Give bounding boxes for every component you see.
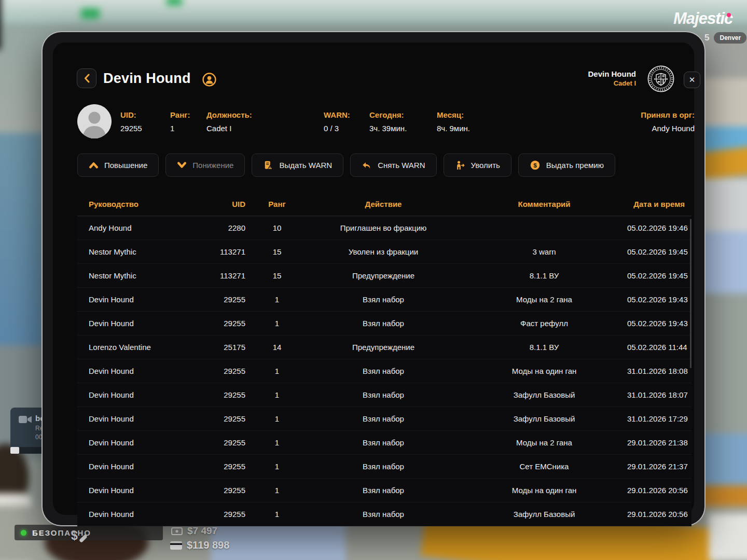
cell-action: Взял набор xyxy=(306,319,461,328)
cell-rank: 1 xyxy=(248,414,306,423)
info-field-5: Сегодня: 3ч. 39мин. xyxy=(369,110,407,133)
action-button-label: Повышение xyxy=(104,161,147,170)
back-button[interactable] xyxy=(77,68,96,88)
table-row[interactable]: Devin Hound 29255 1 Взял набор Моды на 2… xyxy=(77,431,691,455)
action-button-dollar-coin[interactable]: $ Выдать премию xyxy=(518,153,615,177)
cell-rank: 1 xyxy=(248,390,306,399)
cell-action: Взял набор xyxy=(306,414,461,423)
accepted-by-label: Принял в орг: xyxy=(539,110,695,119)
chevron-down-icon xyxy=(177,161,187,169)
action-buttons-row: Повышение Понижение Выдать WARN Снять WA… xyxy=(77,153,615,177)
undo-arrow-icon xyxy=(362,161,372,170)
cell-comment: Сет ЕМСника xyxy=(461,462,627,471)
table-row[interactable]: Devin Hound 29255 1 Взял набор Моды на 2… xyxy=(77,288,691,312)
table-row[interactable]: Devin Hound 29255 1 Взял набор Зафулл Ба… xyxy=(77,502,691,526)
info-field-3: Должность: Cadet I xyxy=(206,110,252,133)
table-row[interactable]: Nestor Mythic 113271 15 Уволен из фракци… xyxy=(77,240,691,264)
table-header-cell: Руководство xyxy=(77,200,189,208)
game-screen: Majestic 5 Denver | #29255 bo Re 00 БЕЗО… xyxy=(0,0,747,560)
header-member-rank: Cadet I xyxy=(532,79,636,87)
member-panel-inner: Devin Hound Devin Hound Cadet I xyxy=(53,43,694,515)
info-field-6: Месяц: 8ч. 9мин. xyxy=(437,110,470,133)
cell-rank: 1 xyxy=(248,367,306,375)
cell-datetime: 05.02.2026 19:45 xyxy=(627,271,691,280)
cell-rank: 1 xyxy=(248,510,306,519)
action-button-label: Уволить xyxy=(471,161,500,170)
table-row[interactable]: Andy Hound 2280 10 Приглашен во фракцию … xyxy=(77,216,691,240)
cash-indicator: $7 497 xyxy=(171,525,217,537)
cell-rank: 1 xyxy=(248,486,306,495)
cell-comment: Моды на один ган xyxy=(461,367,627,375)
cell-action: Приглашен во фракцию xyxy=(306,223,461,232)
dollar-coin-icon: $ xyxy=(530,160,541,171)
action-button-chevron-down[interactable]: Понижение xyxy=(165,153,245,177)
info-field-value: Cadet I xyxy=(206,124,252,133)
table-row[interactable]: Nestor Mythic 113271 15 Предупреждение 8… xyxy=(77,264,691,288)
info-field-value: 29255 xyxy=(120,124,142,133)
table-header-row: РуководствоUIDРангДействиеКомментарийДат… xyxy=(77,192,691,216)
safe-zone-dot-icon xyxy=(21,530,26,536)
cell-uid: 25175 xyxy=(189,343,248,352)
cell-datetime: 29.01.2026 21:37 xyxy=(627,462,691,471)
info-field-label: Должность: xyxy=(206,110,252,119)
cell-datetime: 05.02.2026 19:43 xyxy=(627,319,691,328)
action-button-label: Понижение xyxy=(192,161,233,170)
table-row[interactable]: Devin Hound 29255 1 Взял набор Сет ЕМСни… xyxy=(77,455,691,479)
info-field-label: Месяц: xyxy=(437,110,470,119)
avatar-silhouette-icon xyxy=(77,104,112,138)
action-button-label: Снять WARN xyxy=(378,161,425,170)
action-button-fire-person[interactable]: Уволить xyxy=(444,153,511,177)
action-button-undo-arrow[interactable]: Снять WARN xyxy=(350,153,436,177)
cell-comment: Зафулл Базовый xyxy=(461,510,627,519)
header-member-name: Devin Hound xyxy=(532,69,636,78)
cell-uid: 29255 xyxy=(189,390,248,399)
table-header-cell: Действие xyxy=(306,200,461,208)
cell-action: Уволен из фракции xyxy=(306,247,461,256)
cell-rank: 10 xyxy=(248,223,306,232)
cell-uid: 29255 xyxy=(189,367,248,375)
action-button-chevron-up[interactable]: Повышение xyxy=(77,153,159,177)
profile-icon[interactable] xyxy=(202,73,216,87)
table-row[interactable]: Devin Hound 29255 1 Взял набор Фаст рефу… xyxy=(77,312,691,335)
cell-leader: Nestor Mythic xyxy=(77,247,189,256)
brand-pink-dot-icon xyxy=(727,13,731,17)
cell-uid: 113271 xyxy=(189,247,248,256)
cell-datetime: 05.02.2026 11:44 xyxy=(627,343,691,352)
cell-datetime: 29.01.2026 21:38 xyxy=(627,438,691,447)
cell-leader: Nestor Mythic xyxy=(77,271,189,280)
warn-document-icon xyxy=(263,160,273,171)
action-button-warn-document[interactable]: Выдать WARN xyxy=(252,153,343,177)
cell-datetime: 29.01.2026 20:56 xyxy=(627,486,691,495)
close-button[interactable]: ✕ xyxy=(684,72,700,88)
bank-indicator: $119 898 xyxy=(170,539,229,551)
table-scrollbar-thumb[interactable] xyxy=(690,219,691,368)
safe-zone-label: БЕЗОПАСНО xyxy=(32,528,91,537)
table-row[interactable]: Devin Hound 29255 1 Взял набор Зафулл Ба… xyxy=(77,383,691,407)
cell-action: Взял набор xyxy=(306,438,461,447)
info-field-value: 0 / 3 xyxy=(324,124,350,133)
action-button-label: Выдать WARN xyxy=(279,161,332,170)
info-field-1: UID: 29255 xyxy=(120,110,142,133)
cell-uid: 29255 xyxy=(189,510,248,519)
server-badge: Denver xyxy=(714,32,746,44)
cell-leader: Devin Hound xyxy=(77,367,189,375)
table-row[interactable]: Lorenzo Valentine 25175 14 Предупреждени… xyxy=(77,335,691,359)
table-row[interactable]: Devin Hound 29255 1 Взял набор Зафулл Ба… xyxy=(77,407,691,431)
avatar xyxy=(77,104,112,138)
cell-action: Взял набор xyxy=(306,390,461,399)
cell-rank: 15 xyxy=(248,247,306,256)
cash-icon xyxy=(171,527,183,535)
cell-datetime: 05.02.2026 19:45 xyxy=(627,247,691,256)
cell-leader: Andy Hound xyxy=(77,223,189,232)
camera-progress-handle[interactable] xyxy=(10,447,19,454)
table-row[interactable]: Devin Hound 29255 1 Взял набор Моды на о… xyxy=(77,479,691,502)
cell-action: Взял набор xyxy=(306,486,461,495)
cell-comment: Зафулл Базовый xyxy=(461,414,627,423)
cell-action: Взял набор xyxy=(306,510,461,519)
table-row[interactable]: Devin Hound 29255 1 Взял набор Моды на о… xyxy=(77,359,691,383)
accepted-by-value: Andy Hound xyxy=(539,124,695,133)
cell-rank: 1 xyxy=(248,295,306,304)
cell-rank: 14 xyxy=(248,343,306,352)
cell-datetime: 29.01.2026 20:56 xyxy=(627,510,691,519)
table-header-cell: Дата и время xyxy=(627,200,691,208)
